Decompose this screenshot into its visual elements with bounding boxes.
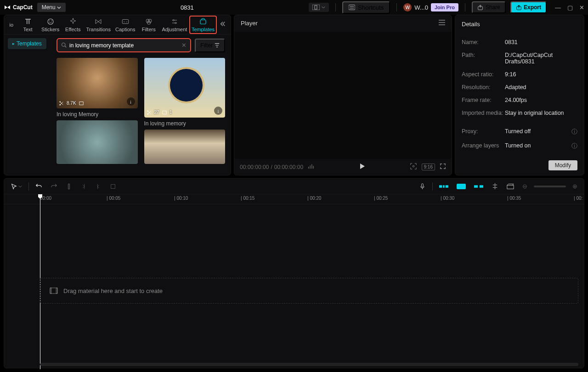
tab-captions[interactable]: Captions (113, 16, 138, 34)
svg-rect-42 (56, 288, 57, 293)
magnet-main-button[interactable] (437, 183, 450, 190)
svg-rect-24 (162, 111, 166, 114)
aspect-preset-button[interactable] (309, 3, 329, 12)
fullscreen-button[interactable] (440, 163, 446, 171)
chevron-double-left-icon (220, 21, 226, 27)
drop-hint-text: Drag material here and start to create (63, 287, 163, 294)
template-card[interactable]: 8.7K ↓ In loving Memory (57, 58, 138, 164)
user-chip[interactable]: W W...0 Join Pro (403, 3, 458, 11)
share-button[interactable]: Share (472, 1, 506, 13)
ruler-mark: | 00:35 (507, 196, 521, 201)
split-icon (66, 183, 72, 190)
tab-io[interactable]: io (6, 20, 17, 29)
tab-templates[interactable]: Templates (189, 16, 217, 34)
svg-rect-33 (422, 184, 424, 187)
preview-render-button[interactable] (505, 182, 516, 191)
search-input[interactable] (69, 42, 177, 49)
modify-button[interactable]: Modify (548, 160, 577, 170)
maximize-button[interactable]: ▢ (567, 4, 573, 11)
window-controls: — ▢ ✕ (555, 4, 584, 11)
effects-icon (69, 17, 77, 26)
aspect-icon (312, 5, 320, 10)
select-tool[interactable] (9, 182, 24, 191)
magnet-aux1-button[interactable] (455, 183, 468, 190)
svg-rect-28 (313, 166, 314, 169)
tab-adjustment[interactable]: Adjustment (160, 16, 189, 34)
template-thumb (144, 130, 226, 164)
zoom-in-button[interactable]: ⊕ (571, 182, 579, 191)
export-button[interactable]: Export (510, 1, 547, 13)
focus-icon (410, 163, 417, 170)
detail-label: Imported media: (462, 110, 505, 116)
avatar: W (403, 3, 412, 11)
timeline-tracks[interactable]: Drag material here and start to create (4, 204, 584, 368)
ruler-mark: | 00:25 (374, 196, 388, 201)
template-card[interactable]: 27 1 ↓ In loving memory (144, 58, 226, 164)
play-button[interactable] (359, 163, 365, 171)
shortcuts-button[interactable]: Shortcuts (342, 1, 390, 14)
preview-quality-button[interactable] (410, 163, 417, 171)
sidebar-item-templates[interactable]: ▸ Templates (8, 38, 46, 49)
filter-icon (215, 43, 220, 48)
timeline-toolbar: ⊖ ⊕ (4, 179, 584, 194)
svg-point-9 (51, 20, 52, 21)
search-box[interactable]: ✕ (57, 38, 191, 52)
volume-indicator[interactable] (308, 163, 314, 171)
media-browser-panel: io Text Stickers Effects Transitions Cap… (4, 15, 231, 175)
tab-stickers[interactable]: Stickers (39, 16, 62, 34)
snap-chip-icon (457, 184, 466, 189)
svg-rect-21 (79, 101, 83, 105)
tab-effects[interactable]: Effects (62, 16, 84, 34)
join-pro-badge[interactable]: Join Pro (431, 3, 458, 11)
redo-button[interactable] (49, 182, 59, 191)
collapse-sidebar-button[interactable] (217, 21, 229, 28)
align-button[interactable] (490, 182, 500, 191)
svg-rect-39 (507, 185, 514, 189)
snap-icon (474, 184, 483, 189)
svg-point-22 (147, 110, 148, 112)
info-icon[interactable]: ⓘ (571, 128, 577, 136)
trim-right-icon (95, 183, 102, 190)
scissors-icon (59, 101, 64, 106)
trim-right-button[interactable] (93, 182, 103, 191)
svg-rect-41 (50, 288, 51, 293)
zoom-out-button[interactable]: ⊖ (520, 182, 529, 191)
minimize-button[interactable]: — (555, 4, 561, 11)
menu-button[interactable]: Menu (37, 3, 66, 12)
cursor-icon (11, 183, 17, 190)
svg-point-8 (49, 20, 50, 21)
info-icon[interactable]: ⓘ (571, 142, 577, 150)
text-icon (24, 17, 32, 26)
tab-text[interactable]: Text (17, 16, 39, 34)
record-vo-button[interactable] (417, 182, 428, 191)
timeline-drop-zone[interactable]: Drag material here and start to create (40, 278, 578, 304)
svg-rect-34 (439, 185, 442, 187)
svg-rect-10 (122, 19, 129, 23)
delete-button[interactable] (108, 182, 118, 191)
filter-button[interactable]: Filter (195, 39, 225, 52)
player-menu-button[interactable] (439, 20, 445, 27)
timeline-ruler[interactable]: 00:00 | 00:05 | 00:10 | 00:15 | 00:20 | … (4, 194, 584, 204)
title-bar: CapCut Menu 0831 Shortcuts W W...0 Join … (0, 0, 588, 15)
trim-left-icon (80, 183, 87, 190)
clear-search-button[interactable]: ✕ (181, 42, 187, 49)
magnet-aux2-button[interactable] (472, 183, 485, 190)
svg-point-23 (147, 113, 148, 115)
tab-filters[interactable]: Filters (138, 16, 160, 34)
tab-transitions[interactable]: Transitions (84, 16, 113, 34)
download-icon[interactable]: ↓ (127, 97, 135, 106)
adjustment-icon (170, 17, 179, 26)
template-caption: In loving memory (144, 120, 226, 127)
split-button[interactable] (64, 182, 74, 191)
share-icon (477, 5, 483, 11)
player-viewport[interactable] (234, 32, 452, 159)
timeline-scrollbar[interactable] (40, 363, 578, 366)
download-icon[interactable]: ↓ (214, 107, 222, 115)
undo-button[interactable] (34, 182, 44, 191)
close-button[interactable]: ✕ (579, 4, 584, 11)
aspect-badge[interactable]: 9:16 (422, 163, 435, 170)
detail-value: Turned off (505, 128, 571, 136)
ruler-mark: | 00: (574, 196, 582, 201)
zoom-slider[interactable] (534, 186, 566, 187)
trim-left-button[interactable] (79, 182, 89, 191)
